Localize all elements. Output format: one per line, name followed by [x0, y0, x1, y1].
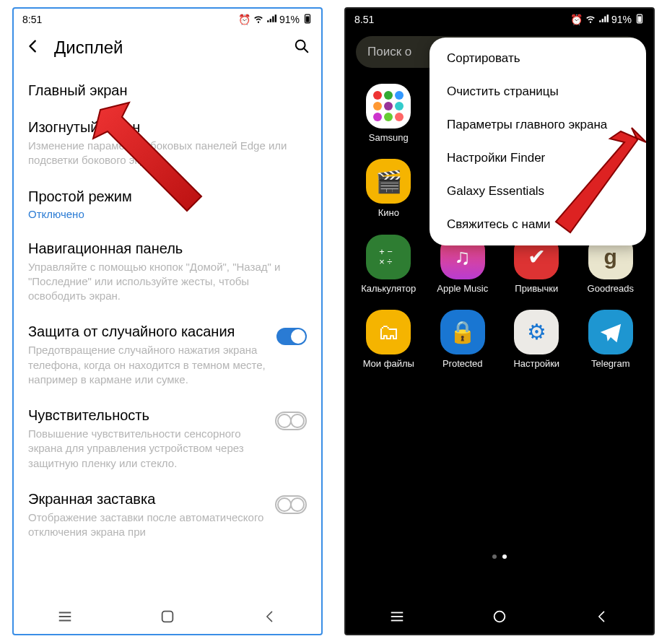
menu-item-finder-settings[interactable]: Настройки Finder: [430, 142, 646, 175]
app-label: Protected: [443, 359, 483, 369]
settings-item-sensitivity[interactable]: Чувствительность Повышение чувствительно…: [28, 397, 307, 481]
nav-bar: [346, 599, 653, 634]
toggle-screensaver[interactable]: [275, 495, 307, 514]
status-icons: ⏰ 91%: [238, 14, 313, 26]
folder-icon: [366, 84, 411, 129]
search-placeholder: Поиск о: [367, 45, 411, 59]
settings-item-status: Отключено: [28, 208, 307, 220]
recents-button[interactable]: [56, 608, 74, 625]
back-button[interactable]: [261, 608, 279, 625]
toggle-sensitivity[interactable]: [275, 412, 307, 430]
svg-rect-7: [162, 612, 173, 622]
settings-item-label: Навигационная панель: [28, 240, 307, 257]
app-kino[interactable]: 🎬 Кино: [356, 159, 422, 218]
app-label: Калькулятор: [361, 284, 416, 294]
app-settings[interactable]: ⚙ Настройки: [504, 310, 570, 369]
back-icon[interactable]: [25, 38, 41, 57]
phone-settings: 8:51 ⏰ 91% Дисплей Главный экран: [12, 7, 323, 635]
svg-text:× ÷: × ÷: [380, 256, 393, 267]
settings-list: Главный экран Изогнутый экран Изменение …: [14, 72, 321, 599]
alarm-icon: ⏰: [238, 14, 250, 25]
settings-item-label: Главный экран: [28, 82, 307, 99]
settings-item-edge-screen[interactable]: Изогнутый экран Изменение параметров бок…: [28, 109, 307, 178]
menu-item-sort[interactable]: Сортировать: [430, 42, 646, 75]
phone-launcher: 8.51 ⏰ 91% Поиск о: [344, 7, 655, 635]
home-button[interactable]: [491, 608, 508, 625]
app-label: Goodreads: [588, 284, 634, 294]
svg-rect-1: [306, 16, 310, 22]
status-bar: 8.51 ⏰ 91%: [346, 9, 653, 30]
context-menu: Сортировать Очистить страницы Параметры …: [430, 38, 646, 245]
svg-rect-10: [638, 16, 642, 22]
page-dot[interactable]: [492, 554, 497, 559]
gear-icon: ⚙: [514, 310, 559, 354]
settings-item-desc: Отображение заставки после автоматическо…: [28, 510, 266, 540]
settings-item-home-screen[interactable]: Главный экран: [28, 72, 307, 109]
svg-line-3: [304, 48, 308, 53]
battery-icon: [635, 14, 645, 26]
back-button[interactable]: [593, 608, 611, 625]
settings-item-desc: Изменение параметров боковых панелей Edg…: [28, 139, 307, 168]
app-label: Кино: [378, 208, 399, 218]
wifi-icon: [585, 14, 596, 26]
header-bar: Дисплей: [14, 30, 321, 72]
status-bar: 8:51 ⏰ 91%: [14, 9, 321, 30]
folder-icon: 🗂: [366, 310, 411, 354]
battery-text: 91%: [611, 14, 632, 25]
settings-item-label: Защита от случайного касания: [28, 323, 268, 340]
app-label: Samsung: [369, 133, 409, 143]
app-icon: 🎬: [366, 159, 411, 204]
app-label: Привычки: [515, 284, 558, 294]
telegram-icon: [588, 310, 633, 354]
app-label: Apple Music: [437, 284, 488, 294]
svg-text:+ −: + −: [380, 246, 393, 257]
settings-item-desc: Повышение чувствительности сенсорного эк…: [28, 427, 266, 471]
menu-item-home-screen-settings[interactable]: Параметры главного экрана: [430, 108, 646, 142]
calculator-icon: + −× ÷: [366, 235, 411, 279]
app-label: Настройки: [513, 359, 559, 369]
settings-item-label: Изогнутый экран: [28, 119, 307, 136]
settings-item-simple-mode[interactable]: Простой режим Отключено: [28, 178, 307, 230]
app-samsung[interactable]: Samsung: [356, 84, 422, 143]
app-protected[interactable]: 🔒 Protected: [430, 310, 496, 369]
app-calculator[interactable]: + −× ÷ Калькулятор: [356, 235, 422, 294]
svg-point-16: [494, 612, 505, 622]
settings-item-label: Простой режим: [28, 188, 307, 205]
settings-item-screensaver[interactable]: Экранная заставка Отображение заставки п…: [28, 481, 307, 550]
settings-item-accidental-touch[interactable]: Защита от случайного касания Предотвраще…: [28, 313, 307, 397]
settings-item-label: Экранная заставка: [28, 491, 266, 508]
page-indicator: [346, 554, 653, 559]
search-icon[interactable]: [294, 38, 310, 57]
status-time: 8:51: [22, 14, 42, 25]
app-label: Telegram: [591, 359, 629, 369]
recents-button[interactable]: [388, 608, 406, 625]
menu-item-clean-pages[interactable]: Очистить страницы: [430, 75, 646, 108]
app-label: Мои файлы: [363, 359, 414, 369]
app-files[interactable]: 🗂 Мои файлы: [356, 310, 422, 369]
status-time: 8.51: [354, 14, 374, 25]
home-button[interactable]: [159, 608, 176, 625]
page-dot[interactable]: [502, 554, 507, 559]
signal-icon: [598, 14, 609, 26]
page-title: Дисплей: [54, 38, 123, 58]
nav-bar: [14, 599, 321, 634]
app-telegram[interactable]: Telegram: [578, 310, 644, 369]
battery-icon: [302, 14, 313, 26]
settings-item-desc: Предотвращение случайного нажатия экрана…: [28, 343, 268, 387]
settings-item-label: Чувствительность: [28, 407, 266, 424]
status-icons: ⏰ 91%: [570, 14, 645, 26]
battery-text: 91%: [279, 14, 300, 25]
menu-item-contact-us[interactable]: Свяжитесь с нами: [430, 208, 646, 241]
wifi-icon: [253, 14, 263, 26]
settings-item-desc: Управляйте с помощью кнопок "Домой", "На…: [28, 260, 307, 304]
menu-item-galaxy-essentials[interactable]: Galaxy Essentials: [430, 175, 646, 208]
lock-icon: 🔒: [440, 310, 485, 354]
signal-icon: [266, 14, 276, 26]
settings-item-nav-panel[interactable]: Навигационная панель Управляйте с помощь…: [28, 230, 307, 314]
alarm-icon: ⏰: [570, 14, 583, 25]
toggle-accidental-touch[interactable]: [276, 328, 307, 345]
